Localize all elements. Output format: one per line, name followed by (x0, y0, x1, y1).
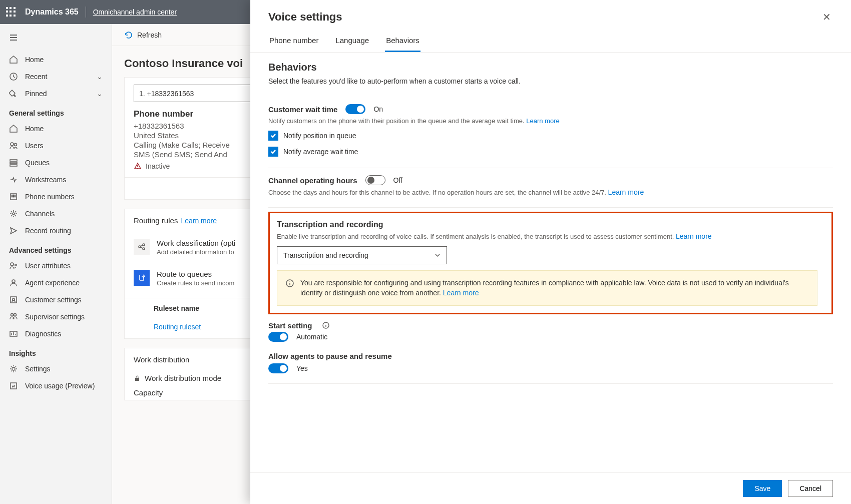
nav-customer-settings[interactable]: Customer settings (0, 291, 112, 308)
routing-rules-title: Routing rules (134, 216, 178, 225)
nav-label: Workstreams (25, 176, 66, 184)
rq-desc: Create rules to send incom (157, 279, 234, 287)
compliance-notice: You are responsible for configuring and … (277, 270, 817, 306)
nav-voice-usage[interactable]: Voice usage (Preview) (0, 377, 112, 394)
tab-phone-number[interactable]: Phone number (268, 30, 319, 52)
refresh-icon (124, 31, 133, 40)
refresh-button[interactable]: Refresh (137, 31, 162, 39)
cwt-state: On (373, 105, 383, 113)
lock-icon (134, 375, 141, 382)
routing-learn-more-link[interactable]: Learn more (181, 217, 217, 225)
notice-learn-more[interactable]: Learn more (443, 289, 479, 297)
cancel-button[interactable]: Cancel (788, 480, 833, 497)
svg-rect-3 (10, 160, 17, 161)
chevron-down-icon (435, 252, 441, 258)
notify-position-checkbox[interactable] (268, 131, 278, 141)
nav-phone-numbers[interactable]: Phone numbers (0, 188, 112, 205)
start-state: Automatic (296, 333, 327, 341)
nav-home[interactable]: Home (0, 51, 112, 68)
nav-pinned[interactable]: Pinned⌄ (0, 85, 112, 102)
svg-point-7 (12, 195, 13, 196)
dropdown-value: Transcription and recording (283, 251, 368, 259)
app-launcher-icon[interactable] (6, 7, 16, 17)
collapse-nav-button[interactable] (0, 30, 112, 51)
nav-supervisor-settings[interactable]: Supervisor settings (0, 308, 112, 325)
nav-label: Users (25, 142, 44, 150)
svg-point-10 (12, 196, 13, 197)
nav-label: Supervisor settings (25, 313, 85, 321)
nav-recent[interactable]: Recent⌄ (0, 68, 112, 85)
nav-general-home[interactable]: Home (0, 120, 112, 137)
start-toggle[interactable] (268, 332, 288, 342)
nav-users[interactable]: Users (0, 137, 112, 154)
transcription-dropdown[interactable]: Transcription and recording (277, 246, 447, 264)
tab-behaviors[interactable]: Behaviors (385, 30, 420, 52)
rq-title: Route to queues (157, 270, 234, 278)
nav-section-general: General settings (0, 102, 112, 120)
trans-desc: Enable live transcription and recording … (277, 232, 817, 240)
svg-point-18 (11, 314, 14, 316)
nav-label: Pinned (25, 90, 47, 98)
route-icon (134, 270, 150, 286)
trans-learn-more[interactable]: Learn more (676, 232, 712, 240)
pause-toggle[interactable] (268, 363, 288, 373)
divider (86, 7, 86, 18)
notify-average-label: Notify average wait time (283, 148, 358, 156)
left-nav: Home Recent⌄ Pinned⌄ General settings Ho… (0, 24, 112, 504)
nav-diagnostics[interactable]: Diagnostics (0, 325, 112, 342)
coh-label: Channel operating hours (268, 176, 357, 185)
nav-agent-experience[interactable]: Agent experience (0, 274, 112, 291)
chevron-down-icon: ⌄ (97, 90, 103, 98)
voice-settings-panel: Voice settings ✕ Phone number Language B… (250, 0, 851, 504)
cwt-label: Customer wait time (268, 105, 337, 114)
nav-insights-settings[interactable]: Settings (0, 360, 112, 377)
nav-label: Agent experience (25, 279, 80, 287)
ruleset-link[interactable]: Routing ruleset (154, 323, 201, 331)
nav-user-attributes[interactable]: User attributes (0, 257, 112, 274)
nav-queues[interactable]: Queues (0, 154, 112, 171)
svg-point-21 (12, 367, 15, 370)
share-icon (134, 239, 150, 255)
nav-workstreams[interactable]: Workstreams (0, 171, 112, 188)
cwt-desc-text: Notify customers on the phone with their… (268, 117, 526, 125)
svg-point-24 (143, 244, 145, 246)
coh-toggle[interactable] (365, 175, 385, 185)
close-button[interactable]: ✕ (820, 9, 833, 25)
nav-label: Home (25, 125, 44, 133)
coh-learn-more[interactable]: Learn more (608, 188, 644, 196)
svg-point-9 (15, 195, 16, 196)
svg-point-25 (143, 248, 145, 250)
panel-title: Voice settings (268, 11, 342, 24)
notify-average-row: Notify average wait time (268, 147, 833, 157)
trans-label: Transcription and recording (277, 220, 817, 229)
panel-tabs: Phone number Language Behaviors (250, 30, 851, 53)
channel-operating-hours-block: Channel operating hours Off Choose the d… (268, 168, 833, 208)
nav-label: Channels (25, 210, 55, 218)
tab-language[interactable]: Language (334, 30, 370, 52)
coh-desc-text: Choose the days and hours for this chann… (268, 189, 608, 196)
admin-center-link[interactable]: Omnichannel admin center (93, 8, 177, 16)
cwt-toggle[interactable] (345, 104, 365, 114)
coh-state: Off (393, 176, 402, 184)
svg-point-1 (11, 143, 14, 146)
chevron-down-icon: ⌄ (97, 73, 103, 81)
coh-desc: Choose the days and hours for this chann… (268, 188, 833, 196)
transcription-highlight-box: Transcription and recording Enable live … (268, 212, 833, 314)
save-button[interactable]: Save (743, 480, 782, 497)
svg-rect-26 (135, 378, 139, 381)
pause-label: Allow agents to pause and resume (268, 352, 833, 360)
cwt-desc: Notify customers on the phone with their… (268, 117, 833, 125)
nav-label: Queues (25, 159, 50, 167)
notify-position-label: Notify position in queue (283, 132, 356, 140)
customer-wait-time-block: Customer wait time On Notify customers o… (268, 97, 833, 168)
cwt-learn-more[interactable]: Learn more (526, 117, 559, 125)
info-icon (285, 279, 294, 288)
panel-body[interactable]: Behaviors Select the features you'd like… (250, 53, 851, 472)
nav-channels[interactable]: Channels (0, 205, 112, 222)
nav-record-routing[interactable]: Record routing (0, 222, 112, 239)
behaviors-heading: Behaviors (268, 62, 833, 73)
notify-average-checkbox[interactable] (268, 147, 278, 157)
svg-point-11 (13, 196, 14, 197)
pause-state: Yes (296, 364, 308, 372)
start-label: Start setting (268, 321, 312, 330)
